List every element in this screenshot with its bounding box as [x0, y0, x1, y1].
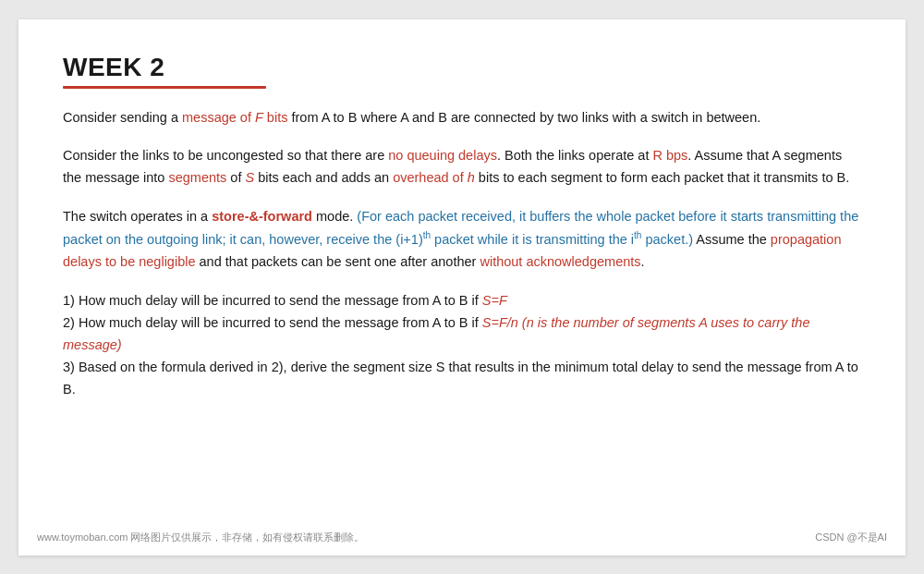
q2-text1: 2) How much delay will be incurred to se… [63, 315, 482, 330]
footer-right: CSDN @不是AI [815, 531, 887, 544]
p2-text5: bits each and adds an [254, 170, 393, 185]
p3-period: . [641, 254, 645, 269]
paragraph-4: 1) How much delay will be incurred to se… [63, 290, 861, 401]
page-title: WEEK 2 [63, 53, 861, 82]
p2-red5: overhead of h [393, 170, 475, 185]
p1-text2: from A to B where A and B are connected … [287, 110, 760, 125]
p2-text6: bits to each segment to form each packet… [475, 170, 849, 185]
q1-red: S=F [482, 293, 507, 308]
p2-red4: S [246, 170, 255, 185]
footer: www.toymoban.com 网络图片仅供展示，非存储，如有侵权请联系删除。… [18, 531, 906, 544]
title-underline [63, 86, 266, 89]
p2-red3: segments [168, 170, 226, 185]
paragraph-2: Consider the links to be uncongested so … [63, 145, 861, 189]
p2-red2: R bps [652, 148, 687, 163]
p1-text1: Consider sending a [63, 110, 182, 125]
p3-text1: The switch operates in a [63, 209, 212, 224]
footer-left: www.toymoban.com 网络图片仅供展示，非存储，如有侵权请联系删除。 [37, 531, 364, 544]
p3-text3: Assume the [693, 232, 771, 247]
p3-text4: and that packets can be sent one after a… [196, 254, 480, 269]
p1-red1: message of F bits [182, 110, 287, 125]
p2-text4: of [226, 170, 245, 185]
main-card: WEEK 2 Consider sending a message of F b… [18, 19, 906, 556]
p3-red3: without acknowledgements [480, 254, 640, 269]
p2-red1: no queuing delays [388, 148, 497, 163]
p2-text1: Consider the links to be uncongested so … [63, 148, 388, 163]
paragraph-3: The switch operates in a store-&-forward… [63, 206, 861, 274]
paragraph-1: Consider sending a message of F bits fro… [63, 107, 861, 129]
p3-text2: mode. [312, 209, 357, 224]
p2-text2: . Both the links operate at [497, 148, 652, 163]
q3-text1: 3) Based on the formula derived in 2), d… [63, 360, 858, 397]
p3-red1: store-&-forward [212, 209, 312, 224]
q1-text1: 1) How much delay will be incurred to se… [63, 293, 482, 308]
